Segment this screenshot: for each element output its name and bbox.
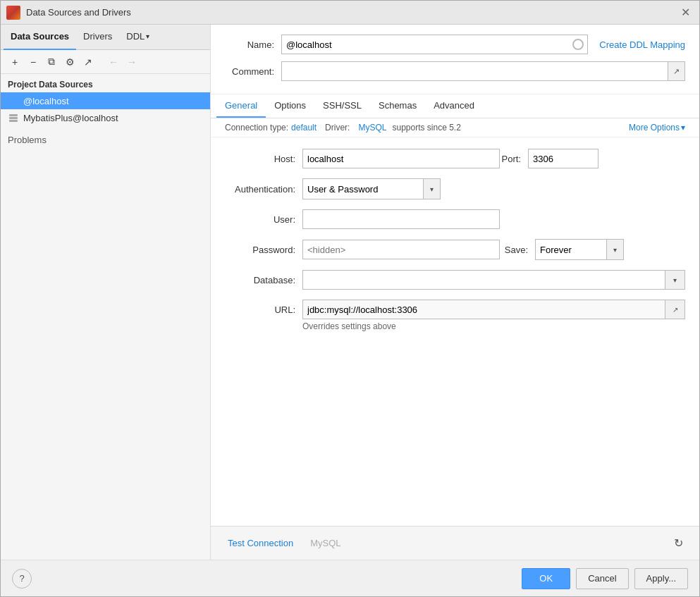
auth-select-wrapper: User & Password No auth LDAP Kerberos ▾ — [302, 178, 441, 199]
more-options-button[interactable]: More Options ▾ — [629, 123, 685, 133]
close-button[interactable]: ✕ — [677, 4, 694, 21]
save-select[interactable]: Forever Until restart Never — [536, 240, 606, 259]
tab-ddl[interactable]: DDL ▾ — [119, 25, 156, 50]
tab-options[interactable]: Options — [266, 94, 314, 118]
driver-value[interactable]: MySQL — [358, 123, 386, 133]
db-icon — [8, 95, 19, 106]
save-select-wrapper: Forever Until restart Never ▾ — [535, 239, 624, 260]
name-label: Name: — [225, 39, 281, 50]
comment-expand-btn[interactable]: ↗ — [668, 61, 685, 81]
export-button[interactable]: ↗ — [80, 54, 97, 70]
tab-general[interactable]: General — [216, 94, 266, 118]
main-window: Data Sources and Drivers ✕ Data Sources … — [0, 0, 700, 597]
connection-info-bar: Connection type: default Driver: MySQL s… — [211, 118, 699, 137]
password-label: Password: — [225, 245, 302, 255]
url-section: URL: ↗ Overrides settings above — [225, 300, 685, 331]
project-data-sources-header: Project Data Sources — [1, 74, 210, 92]
create-ddl-link[interactable]: Create DDL Mapping — [599, 39, 685, 50]
reset-button[interactable]: ↻ — [668, 534, 688, 553]
port-input[interactable] — [528, 149, 598, 168]
tree-item-mybatisplus[interactable]: MybatisPlus@localhost — [1, 109, 210, 126]
main-container: Data Sources Drivers DDL ▾ + − ⧉ ⚙ ↗ ← →… — [1, 25, 699, 560]
bottom-bar: Test Connection MySQL ↻ — [211, 526, 699, 560]
name-input-wrap — [281, 35, 588, 54]
conn-type-value[interactable]: default — [291, 123, 317, 133]
mysql-label: MySQL — [310, 538, 340, 548]
tree-item-localhost[interactable]: @localhost — [1, 92, 210, 109]
left-toolbar: + − ⧉ ⚙ ↗ ← → — [1, 50, 210, 74]
db-icon-2 — [8, 112, 19, 123]
ok-button[interactable]: OK — [522, 568, 570, 589]
cancel-button[interactable]: Cancel — [576, 568, 628, 589]
tab-advanced[interactable]: Advanced — [425, 94, 483, 118]
user-row: User: — [225, 209, 685, 229]
conn-type-label: Connection type: — [225, 123, 288, 133]
save-label: Save: — [500, 245, 535, 255]
apply-button[interactable]: Apply... — [634, 568, 688, 589]
comment-label: Comment: — [225, 66, 281, 77]
back-button[interactable]: ← — [105, 54, 122, 70]
dialog-buttons: ? OK Cancel Apply... — [1, 560, 699, 596]
tab-drivers[interactable]: Drivers — [76, 25, 119, 50]
config-area: Host: Port: Authentication: User & Passw… — [211, 137, 699, 526]
tab-data-sources[interactable]: Data Sources — [4, 25, 76, 50]
comment-input[interactable] — [281, 61, 668, 81]
url-expand-btn[interactable]: ↗ — [665, 300, 685, 319]
host-input[interactable] — [302, 149, 500, 168]
user-label: User: — [225, 214, 302, 225]
auth-dropdown-arrow[interactable]: ▾ — [423, 179, 440, 199]
port-label: Port: — [500, 154, 528, 164]
name-row: Name: Create DDL Mapping — [225, 35, 685, 54]
right-panel: Name: Create DDL Mapping Comment: ↗ Gene… — [211, 25, 699, 560]
database-label: Database: — [225, 275, 302, 285]
window-title: Data Sources and Drivers — [26, 7, 677, 18]
driver-suffix: supports since 5.2 — [392, 123, 460, 133]
forward-button[interactable]: → — [123, 54, 140, 70]
inner-tabs: General Options SSH/SSL Schemas Advanced — [211, 94, 699, 118]
url-input[interactable] — [302, 300, 665, 319]
host-row: Host: Port: — [225, 149, 685, 168]
host-label: Host: — [225, 154, 302, 164]
problems-section[interactable]: Problems — [1, 126, 210, 154]
comment-row: Comment: ↗ — [225, 61, 685, 81]
password-row: Password: Save: Forever Until restart Ne… — [225, 239, 685, 260]
auth-row: Authentication: User & Password No auth … — [225, 178, 685, 199]
database-input[interactable] — [302, 270, 665, 290]
add-button[interactable]: + — [6, 54, 23, 70]
overrides-text: Overrides settings above — [225, 321, 396, 331]
save-dropdown-arrow[interactable]: ▾ — [606, 240, 623, 259]
tab-ssh-ssl[interactable]: SSH/SSL — [314, 94, 370, 118]
database-row: Database: ▾ — [225, 270, 685, 290]
url-label: URL: — [225, 304, 302, 315]
url-input-row: URL: ↗ — [225, 300, 685, 319]
app-icon — [6, 6, 20, 20]
auth-select[interactable]: User & Password No auth LDAP Kerberos — [303, 179, 423, 199]
left-tabs-bar: Data Sources Drivers DDL ▾ — [1, 25, 210, 50]
auth-label: Authentication: — [225, 184, 302, 195]
test-connection-button[interactable]: Test Connection — [222, 535, 299, 551]
copy-button[interactable]: ⧉ — [43, 54, 60, 70]
name-section: Name: Create DDL Mapping Comment: ↗ — [211, 25, 699, 94]
name-input[interactable] — [281, 35, 588, 54]
left-panel: Data Sources Drivers DDL ▾ + − ⧉ ⚙ ↗ ← →… — [1, 25, 211, 560]
settings-button[interactable]: ⚙ — [61, 54, 78, 70]
title-bar: Data Sources and Drivers ✕ — [1, 1, 699, 25]
database-expand-btn[interactable]: ▾ — [665, 270, 685, 290]
user-input[interactable] — [302, 209, 500, 229]
help-button[interactable]: ? — [12, 569, 32, 589]
tab-schemas[interactable]: Schemas — [370, 94, 425, 118]
password-input[interactable] — [302, 240, 500, 259]
remove-button[interactable]: − — [25, 54, 42, 70]
